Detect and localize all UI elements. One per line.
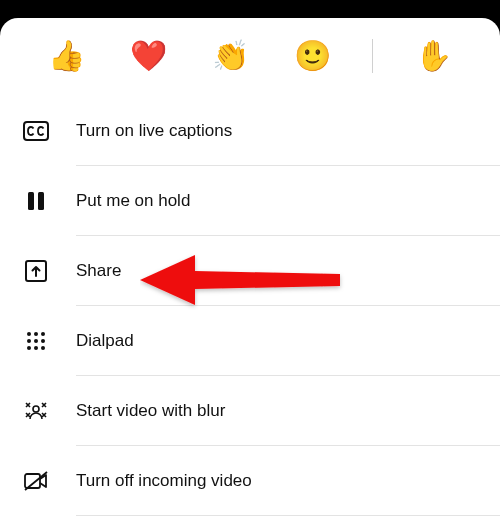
- svg-point-8: [34, 339, 38, 343]
- menu-item-blur[interactable]: Start video with blur: [0, 376, 500, 446]
- svg-point-5: [34, 332, 38, 336]
- menu-label: Start video with blur: [76, 401, 225, 421]
- menu-list: Turn on live captions Put me on hold Sha…: [0, 96, 500, 516]
- video-off-icon: [22, 467, 50, 495]
- menu-item-live-captions[interactable]: Turn on live captions: [0, 96, 500, 166]
- menu-label: Turn off incoming video: [76, 471, 252, 491]
- menu-label: Dialpad: [76, 331, 134, 351]
- menu-item-share[interactable]: Share: [0, 236, 500, 306]
- svg-rect-1: [28, 192, 34, 210]
- menu-label: Turn on live captions: [76, 121, 232, 141]
- svg-point-12: [41, 346, 45, 350]
- svg-point-11: [34, 346, 38, 350]
- dialpad-icon: [22, 327, 50, 355]
- share-icon: [22, 257, 50, 285]
- reaction-separator: [372, 39, 373, 73]
- pause-icon: [22, 187, 50, 215]
- closed-captions-icon: [22, 117, 50, 145]
- svg-point-7: [27, 339, 31, 343]
- reaction-applause[interactable]: 👏: [209, 34, 253, 78]
- menu-item-hold[interactable]: Put me on hold: [0, 166, 500, 236]
- reactions-row: 👍 ❤️ 👏 🙂 ✋: [0, 28, 500, 96]
- reaction-like[interactable]: 👍: [45, 34, 89, 78]
- svg-point-6: [41, 332, 45, 336]
- menu-label: Share: [76, 261, 121, 281]
- reaction-heart[interactable]: ❤️: [127, 34, 171, 78]
- reaction-raise-hand[interactable]: ✋: [411, 34, 455, 78]
- reaction-laugh[interactable]: 🙂: [290, 34, 334, 78]
- menu-item-dialpad[interactable]: Dialpad: [0, 306, 500, 376]
- svg-point-10: [27, 346, 31, 350]
- menu-item-turn-off-incoming[interactable]: Turn off incoming video: [0, 446, 500, 516]
- svg-point-9: [41, 339, 45, 343]
- blur-icon: [22, 397, 50, 425]
- menu-label: Put me on hold: [76, 191, 190, 211]
- svg-point-13: [33, 406, 39, 412]
- svg-rect-14: [25, 474, 40, 488]
- action-sheet: 👍 ❤️ 👏 🙂 ✋ Turn on live captions: [0, 18, 500, 517]
- svg-point-4: [27, 332, 31, 336]
- svg-rect-2: [38, 192, 44, 210]
